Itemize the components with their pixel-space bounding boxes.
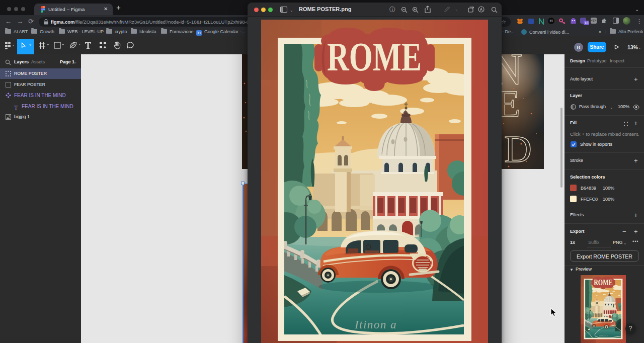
svg-text:D: D bbox=[504, 128, 532, 169]
